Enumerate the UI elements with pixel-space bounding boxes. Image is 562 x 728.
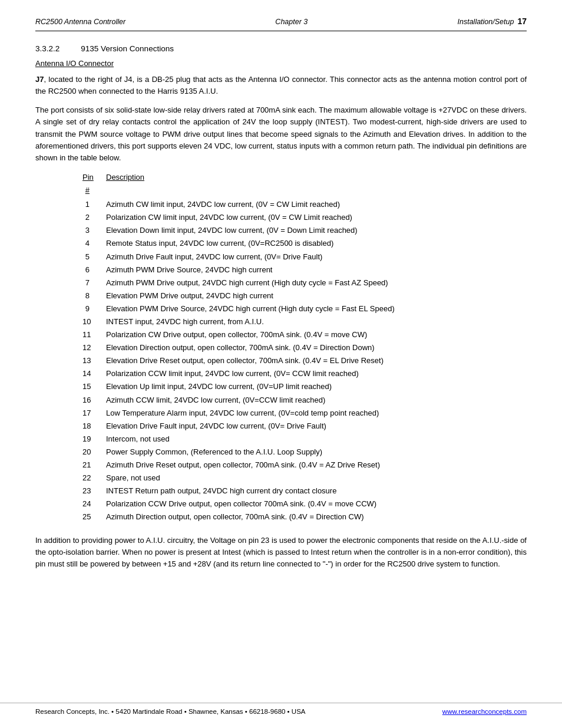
table-row: 10INTEST input, 24VDC high current, from… bbox=[82, 315, 527, 328]
pin-number: 17 bbox=[82, 407, 106, 420]
page-footer: Research Concepts, Inc. • 5420 Martindal… bbox=[0, 703, 562, 715]
pin-description: Elevation Up limit input, 24VDC low curr… bbox=[106, 380, 527, 393]
page: RC2500 Antenna Controller Chapter 3 Inst… bbox=[0, 0, 562, 728]
pin-description: Azimuth Drive Fault input, 24VDC low cur… bbox=[106, 251, 527, 263]
page-header: RC2500 Antenna Controller Chapter 3 Inst… bbox=[0, 0, 562, 31]
pin-description: Polarization CW Drive output, open colle… bbox=[106, 328, 527, 341]
pin-description: Elevation Drive Reset output, open colle… bbox=[106, 354, 527, 367]
pin-header-desc: Description bbox=[106, 171, 527, 184]
table-row: 20Power Supply Common, (Referenced to th… bbox=[82, 446, 527, 459]
pin-number: 14 bbox=[82, 367, 106, 380]
pin-table: Pin # Description 1Azimuth CW limit inpu… bbox=[82, 171, 527, 524]
pin-number: 2 bbox=[82, 211, 106, 224]
footer-left: Research Concepts, Inc. • 5420 Martindal… bbox=[35, 708, 305, 715]
paragraph-3: In addition to providing power to A.I.U.… bbox=[35, 535, 527, 570]
pin-rows-container: 1Azimuth CW limit input, 24VDC low curre… bbox=[82, 198, 527, 523]
section-title-text: 9135 Version Connections bbox=[81, 44, 174, 53]
paragraph-1-rest: , located to the right of J4, is a DB-25… bbox=[35, 75, 527, 95]
pin-number: 19 bbox=[82, 433, 106, 446]
pin-description: Elevation Direction output, open collect… bbox=[106, 341, 527, 354]
table-row: 9Elevation PWM Drive Source, 24VDC high … bbox=[82, 302, 527, 315]
pin-table-header: Pin # Description bbox=[82, 171, 527, 197]
pin-number: 25 bbox=[82, 510, 106, 523]
pin-number: 20 bbox=[82, 446, 106, 459]
pin-number: 8 bbox=[82, 289, 106, 302]
pin-number: 1 bbox=[82, 198, 106, 211]
table-row: 12Elevation Direction output, open colle… bbox=[82, 341, 527, 354]
pin-number: 4 bbox=[82, 237, 106, 250]
j7-bold: J7 bbox=[35, 75, 44, 84]
pin-description: Azimuth Direction output, open collector… bbox=[106, 510, 527, 523]
pin-header-num: Pin # bbox=[82, 171, 106, 197]
pin-number: 24 bbox=[82, 498, 106, 510]
table-row: 6Azimuth PWM Drive Source, 24VDC high cu… bbox=[82, 263, 527, 276]
pin-number: 13 bbox=[82, 354, 106, 367]
table-row: 13Elevation Drive Reset output, open col… bbox=[82, 354, 527, 367]
pin-number: 23 bbox=[82, 485, 106, 498]
pin-description: Power Supply Common, (Referenced to the … bbox=[106, 446, 527, 459]
main-content: 3.3.2.29135 Version Connections Antenna … bbox=[0, 31, 562, 595]
pin-description: Azimuth CCW limit, 24VDC low current, (0… bbox=[106, 394, 527, 407]
table-row: 11Polarization CW Drive output, open col… bbox=[82, 328, 527, 341]
pin-number: 22 bbox=[82, 472, 106, 485]
table-row: 24Polarization CCW Drive output, open co… bbox=[82, 498, 527, 510]
pin-number: 7 bbox=[82, 276, 106, 289]
table-row: 1Azimuth CW limit input, 24VDC low curre… bbox=[82, 198, 527, 211]
table-row: 22Spare, not used bbox=[82, 472, 527, 485]
table-row: 21Azimuth Drive Reset output, open colle… bbox=[82, 459, 527, 472]
pin-description: Polarization CCW Drive output, open coll… bbox=[106, 498, 527, 510]
table-row: 3Elevation Down limit input, 24VDC low c… bbox=[82, 224, 527, 237]
pin-description: Polarization CCW limit input, 24VDC low … bbox=[106, 367, 527, 380]
pin-number: 10 bbox=[82, 315, 106, 328]
table-row: 4Remote Status input, 24VDC low current,… bbox=[82, 237, 527, 250]
pin-description: Azimuth Drive Reset output, open collect… bbox=[106, 459, 527, 472]
pin-description: Low Temperature Alarm input, 24VDC low c… bbox=[106, 407, 527, 420]
table-row: 5Azimuth Drive Fault input, 24VDC low cu… bbox=[82, 251, 527, 263]
pin-number: 18 bbox=[82, 420, 106, 433]
pin-description: Intercom, not used bbox=[106, 433, 527, 446]
pin-description: INTEST Return path output, 24VDC high cu… bbox=[106, 485, 527, 498]
header-center: Chapter 3 bbox=[275, 18, 308, 26]
table-row: 23INTEST Return path output, 24VDC high … bbox=[82, 485, 527, 498]
pin-description: Azimuth CW limit input, 24VDC low curren… bbox=[106, 198, 527, 211]
table-row: 8Elevation PWM Drive output, 24VDC high … bbox=[82, 289, 527, 302]
table-row: 14Polarization CCW limit input, 24VDC lo… bbox=[82, 367, 527, 380]
table-row: 7Azimuth PWM Drive output, 24VDC high cu… bbox=[82, 276, 527, 289]
table-row: 2Polarization CW limit input, 24VDC low … bbox=[82, 211, 527, 224]
pin-number: 11 bbox=[82, 328, 106, 341]
pin-description: Polarization CW limit input, 24VDC low c… bbox=[106, 211, 527, 224]
pin-number: 5 bbox=[82, 251, 106, 263]
pin-number: 16 bbox=[82, 394, 106, 407]
table-row: 15Elevation Up limit input, 24VDC low cu… bbox=[82, 380, 527, 393]
table-row: 18Elevation Drive Fault input, 24VDC low… bbox=[82, 420, 527, 433]
header-right: Installation/Setup 17 bbox=[458, 17, 527, 26]
page-number: 17 bbox=[517, 17, 527, 26]
pin-number: 3 bbox=[82, 224, 106, 237]
pin-description: Azimuth PWM Drive Source, 24VDC high cur… bbox=[106, 263, 527, 276]
section-number: 3.3.2.2 bbox=[35, 44, 59, 53]
paragraph-1: J7, located to the right of J4, is a DB-… bbox=[35, 74, 527, 97]
header-right-label: Installation/Setup bbox=[458, 18, 514, 26]
pin-description: Azimuth PWM Drive output, 24VDC high cur… bbox=[106, 276, 527, 289]
footer-right[interactable]: www.researchconcepts.com bbox=[442, 708, 527, 715]
pin-number: 9 bbox=[82, 302, 106, 315]
pin-description: Elevation Down limit input, 24VDC low cu… bbox=[106, 224, 527, 237]
table-row: 19Intercom, not used bbox=[82, 433, 527, 446]
pin-number: 15 bbox=[82, 380, 106, 393]
pin-number: 12 bbox=[82, 341, 106, 354]
header-left: RC2500 Antenna Controller bbox=[35, 18, 125, 26]
table-row: 16Azimuth CCW limit, 24VDC low current, … bbox=[82, 394, 527, 407]
pin-number: 21 bbox=[82, 459, 106, 472]
pin-number: 6 bbox=[82, 263, 106, 276]
subsection-label: Antenna I/O Connector bbox=[35, 59, 114, 68]
section-title: 3.3.2.29135 Version Connections bbox=[35, 44, 527, 53]
pin-description: Remote Status input, 24VDC low current, … bbox=[106, 237, 527, 250]
pin-description: INTEST input, 24VDC high current, from A… bbox=[106, 315, 527, 328]
paragraph-2: The port consists of six solid-state low… bbox=[35, 104, 527, 164]
pin-description: Elevation PWM Drive Source, 24VDC high c… bbox=[106, 302, 527, 315]
pin-description: Spare, not used bbox=[106, 472, 527, 485]
table-row: 25Azimuth Direction output, open collect… bbox=[82, 510, 527, 523]
pin-description: Elevation Drive Fault input, 24VDC low c… bbox=[106, 420, 527, 433]
table-row: 17Low Temperature Alarm input, 24VDC low… bbox=[82, 407, 527, 420]
pin-description: Elevation PWM Drive output, 24VDC high c… bbox=[106, 289, 527, 302]
